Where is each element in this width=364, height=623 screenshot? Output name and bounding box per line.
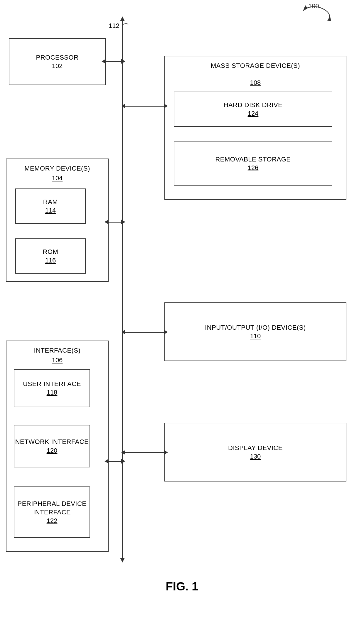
ram-number: 114 (45, 207, 56, 214)
bus-line (122, 18, 123, 558)
io-devices-label: INPUT/OUTPUT (I/O) DEVICE(S) (205, 324, 306, 332)
io-devices-number: 110 (250, 332, 261, 340)
interfaces-label: INTERFACE(S) (6, 346, 108, 355)
mass-storage-arrow-left (121, 104, 125, 108)
io-connector (122, 332, 165, 333)
display-device-box: DISPLAY DEVICE 130 (164, 423, 346, 481)
network-interface-box: NETWORK INTERFACE 120 (14, 425, 90, 467)
network-interface-label: NETWORK INTERFACE (15, 438, 89, 446)
interfaces-connector (109, 461, 122, 462)
figure-label: FIG. 1 (166, 580, 198, 593)
mass-storage-label: MASS STORAGE DEVICE(S) (165, 62, 346, 70)
memory-connector (109, 222, 122, 223)
user-interface-number: 118 (47, 389, 58, 396)
mass-storage-connector (122, 106, 165, 107)
ram-box: RAM 114 (15, 188, 86, 224)
svg-marker-0 (303, 5, 308, 11)
peripheral-device-interface-number: 122 (47, 517, 58, 525)
user-interface-label: USER INTERFACE (23, 380, 81, 388)
processor-label: PROCESSOR (36, 53, 78, 62)
interfaces-box: INTERFACE(S) 106 USER INTERFACE 118 NETW… (6, 341, 109, 552)
removable-storage-box: REMOVABLE STORAGE 126 (174, 142, 332, 186)
processor-box: PROCESSOR 102 (9, 38, 106, 85)
svg-text:100: 100 (308, 3, 319, 10)
rom-label: ROM (43, 248, 58, 256)
memory-devices-label: MEMORY DEVICE(S) (6, 164, 108, 173)
bus-arrow-top (120, 16, 125, 21)
display-device-number: 130 (250, 453, 261, 460)
display-arrow-left (121, 450, 125, 455)
hard-disk-drive-box: HARD DISK DRIVE 124 (174, 92, 332, 127)
user-interface-box: USER INTERFACE 118 (14, 369, 90, 407)
mass-storage-number: 108 (165, 79, 346, 87)
peripheral-device-interface-box: PERIPHERAL DEVICE INTERFACE 122 (14, 486, 90, 538)
bus-arrow-bottom (120, 558, 125, 563)
rom-number: 116 (45, 257, 56, 264)
io-arrow-left (121, 330, 125, 334)
memory-arrow-left (105, 220, 109, 224)
processor-arrow-right (121, 59, 125, 64)
diagram: 100 112 PROCESSOR 102 MEMORY DEVICE(S) 1… (0, 0, 364, 602)
rom-box: ROM 116 (15, 238, 86, 274)
removable-storage-label: REMOVABLE STORAGE (215, 155, 291, 164)
display-device-label: DISPLAY DEVICE (228, 444, 283, 452)
interfaces-arrow-left (105, 459, 109, 464)
io-devices-box: INPUT/OUTPUT (I/O) DEVICE(S) 110 (164, 302, 346, 361)
interfaces-arrow-right (121, 459, 125, 464)
hard-disk-drive-number: 124 (248, 110, 259, 117)
display-arrow-right (164, 450, 168, 455)
processor-connector (106, 61, 122, 62)
display-connector (122, 452, 165, 453)
reference-100-arrow: 100 (282, 3, 346, 26)
network-interface-number: 120 (47, 447, 58, 454)
interfaces-number: 106 (6, 356, 108, 364)
processor-number: 102 (52, 62, 63, 70)
hard-disk-drive-label: HARD DISK DRIVE (224, 101, 283, 110)
removable-storage-number: 126 (248, 164, 259, 172)
memory-devices-box: MEMORY DEVICE(S) 104 RAM 114 ROM 116 (6, 159, 109, 282)
mass-storage-box: MASS STORAGE DEVICE(S) 108 HARD DISK DRI… (164, 56, 346, 200)
ram-label: RAM (43, 198, 58, 206)
memory-arrow-right (121, 220, 125, 224)
peripheral-device-interface-label: PERIPHERAL DEVICE INTERFACE (14, 500, 90, 516)
io-arrow-right (164, 330, 168, 334)
bus-label: 112 (109, 22, 131, 30)
mass-storage-arrow-right (164, 104, 168, 108)
processor-arrow-left (102, 59, 106, 64)
memory-devices-number: 104 (6, 174, 108, 182)
